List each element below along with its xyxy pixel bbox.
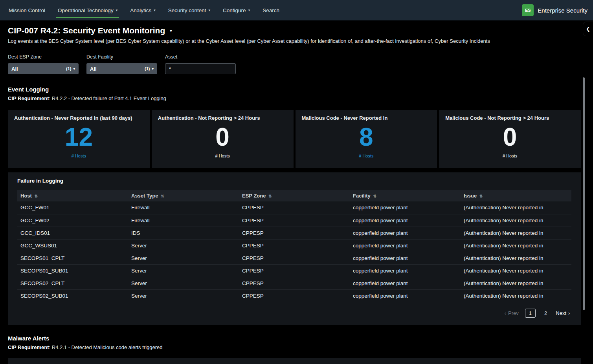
dest-facility-dropdown[interactable]: All (1) ▾	[86, 63, 157, 74]
kpi-auth-not-reporting[interactable]: Authentication - Not Reporting > 24 Hour…	[152, 110, 294, 168]
cell-facility[interactable]: copperfield power plant	[350, 214, 461, 227]
cell-host[interactable]: SECOPS01_SUB01	[17, 264, 128, 277]
kpi-title: Authentication - Never Reported In (last…	[14, 115, 143, 121]
table-row[interactable]: SECOPS01_CPLT Server CPPESP copperfield …	[17, 252, 571, 264]
chevron-down-icon: ▾	[73, 67, 75, 71]
app-window: Mission Control Operational Technology ▾…	[0, 0, 593, 364]
cell-facility[interactable]: copperfield power plant	[350, 289, 461, 302]
collapse-panel-button[interactable]: ❮	[583, 22, 593, 36]
column-header-esp-zone[interactable]: ESP Zone⇅	[239, 190, 350, 201]
page-number-2[interactable]: 2	[542, 309, 549, 317]
cip-requirement: CIP Requirement: R4.2.1 - Detected Malic…	[8, 344, 581, 350]
chevron-left-icon: ‹	[505, 311, 506, 316]
cell-asset-type[interactable]: IDS	[128, 227, 239, 239]
sort-icon: ⇅	[161, 194, 164, 198]
page-number-1[interactable]: 1	[525, 309, 536, 318]
cell-esp-zone[interactable]: CPPESP	[239, 227, 350, 239]
cell-issue[interactable]: (Authentication) Never reported in	[461, 264, 571, 277]
kpi-value: 0	[158, 124, 287, 150]
cell-asset-type[interactable]: Server	[128, 289, 239, 302]
cell-esp-zone[interactable]: CPPESP	[239, 252, 350, 264]
cell-esp-zone[interactable]: CPPESP	[239, 201, 350, 214]
dest-esp-zone-dropdown[interactable]: All (1) ▾	[8, 63, 79, 74]
cell-facility[interactable]: copperfield power plant	[350, 252, 461, 264]
page-title: CIP-007 R4.2: Security Event Monitoring	[8, 26, 165, 35]
kpi-value: 8	[302, 124, 431, 150]
asset-input[interactable]	[165, 63, 236, 74]
sort-icon: ⇅	[268, 194, 272, 198]
filter-label: Asset	[165, 54, 236, 60]
kpi-value: 0	[445, 124, 575, 150]
cell-esp-zone[interactable]: CPPESP	[239, 214, 350, 227]
cell-issue[interactable]: (Authentication) Never reported in	[461, 289, 571, 302]
cell-host[interactable]: GCC_FW02	[17, 214, 128, 227]
cell-esp-zone[interactable]: CPPESP	[239, 239, 350, 252]
cell-facility[interactable]: copperfield power plant	[350, 277, 461, 289]
column-header-asset-type[interactable]: Asset Type⇅	[128, 190, 239, 201]
cell-host[interactable]: GCC_WSUS01	[17, 239, 128, 252]
table-row[interactable]: GCC_FW01 Firewall CPPESP copperfield pow…	[17, 201, 571, 214]
column-header-host[interactable]: Host⇅	[17, 190, 128, 201]
cell-esp-zone[interactable]: CPPESP	[239, 264, 350, 277]
sort-icon: ⇅	[373, 194, 376, 198]
kpi-malcode-never-reported[interactable]: Malicious Code - Never Reported In 8 # H…	[296, 110, 437, 168]
kpi-title: Malicious Code - Not Reporting > 24 Hour…	[445, 115, 575, 121]
cell-host[interactable]: GCC_FW01	[17, 201, 128, 214]
cell-issue[interactable]: (Authentication) Never reported in	[461, 201, 571, 214]
cell-issue[interactable]: (Authentication) Never reported in	[461, 227, 571, 239]
table-row[interactable]: SECOPS01_SUB01 Server CPPESP copperfield…	[17, 264, 571, 277]
nav-operational-technology[interactable]: Operational Technology ▾	[51, 0, 124, 20]
next-page-button[interactable]: Next ›	[556, 310, 570, 316]
kpi-unit: # Hosts	[302, 154, 431, 158]
chevron-down-icon: ▾	[154, 8, 156, 12]
cell-issue[interactable]: (Authentication) Never reported in	[461, 214, 571, 227]
cell-asset-type[interactable]: Firewall	[128, 214, 239, 227]
table-row[interactable]: GCC_WSUS01 Server CPPESP copperfield pow…	[17, 239, 571, 252]
column-header-facility[interactable]: Facility⇅	[350, 190, 461, 201]
cell-host[interactable]: GCC_IDS01	[17, 227, 128, 239]
nav-search[interactable]: Search	[256, 0, 286, 20]
filter-label: Dest Facility	[86, 54, 157, 60]
vertical-scrollbar[interactable]	[583, 77, 585, 310]
malware-alerts-section: Malware Alerts CIP Requirement: R4.2.1 -…	[8, 335, 581, 364]
cell-facility[interactable]: copperfield power plant	[350, 264, 461, 277]
cell-esp-zone[interactable]: CPPESP	[239, 289, 350, 302]
cell-asset-type[interactable]: Server	[128, 252, 239, 264]
app-name: Enterprise Security	[538, 7, 587, 14]
nav-configure[interactable]: Configure ▾	[217, 0, 256, 20]
kpi-auth-never-reported[interactable]: Authentication - Never Reported In (last…	[8, 110, 150, 168]
cell-facility[interactable]: copperfield power plant	[350, 201, 461, 214]
nav-analytics[interactable]: Analytics ▾	[124, 0, 162, 20]
prev-page-button[interactable]: ‹ Prev	[505, 310, 519, 316]
cell-issue[interactable]: (Authentication) Never reported in	[461, 239, 571, 252]
table-row[interactable]: GCC_FW02 Firewall CPPESP copperfield pow…	[17, 214, 571, 227]
kpi-malcode-not-reporting[interactable]: Malicious Code - Not Reporting > 24 Hour…	[439, 110, 581, 168]
table-row[interactable]: SECOPS02_CPLT Server CPPESP copperfield …	[17, 277, 571, 289]
cell-host[interactable]: SECOPS02_SUB01	[17, 289, 128, 302]
cell-asset-type[interactable]: Server	[128, 277, 239, 289]
title-dropdown-caret-icon[interactable]: ▾	[170, 28, 172, 33]
cell-asset-type[interactable]: Server	[128, 239, 239, 252]
cell-asset-type[interactable]: Firewall	[128, 201, 239, 214]
column-header-issue[interactable]: Issue⇅	[461, 190, 571, 201]
panel-title: Failure in Logging	[17, 178, 571, 184]
cell-issue[interactable]: (Authentication) Never reported in	[461, 277, 571, 289]
pagination: ‹ Prev 1 2 Next ›	[17, 302, 571, 321]
nav-mission-control[interactable]: Mission Control	[2, 0, 51, 20]
nav-security-content[interactable]: Security content ▾	[162, 0, 217, 20]
table-row[interactable]: SECOPS02_SUB01 Server CPPESP copperfield…	[17, 289, 571, 302]
kpi-row: Authentication - Never Reported In (last…	[8, 110, 581, 168]
kpi-unit: # Hosts	[14, 154, 143, 158]
cell-host[interactable]: SECOPS01_CPLT	[17, 252, 128, 264]
dropdown-value: All	[90, 66, 97, 72]
cell-host[interactable]: SECOPS02_CPLT	[17, 277, 128, 289]
chevron-left-icon: ❮	[586, 26, 590, 32]
failure-table: Host⇅ Asset Type⇅ ESP Zone⇅ Facility⇅ Is…	[17, 190, 571, 302]
cell-issue[interactable]: (Authentication) Never reported in	[461, 252, 571, 264]
cell-asset-type[interactable]: Server	[128, 264, 239, 277]
cell-facility[interactable]: copperfield power plant	[350, 227, 461, 239]
chevron-down-icon: ▾	[209, 8, 211, 12]
cell-facility[interactable]: copperfield power plant	[350, 239, 461, 252]
table-row[interactable]: GCC_IDS01 IDS CPPESP copperfield power p…	[17, 227, 571, 239]
cell-esp-zone[interactable]: CPPESP	[239, 277, 350, 289]
